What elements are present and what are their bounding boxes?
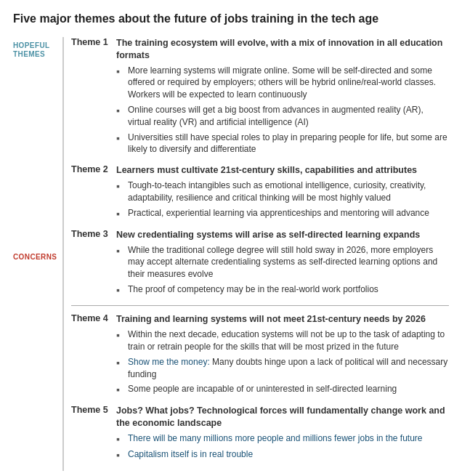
- theme-1-bullet-2: ▪ Online courses will get a big boost fr…: [116, 104, 449, 129]
- theme-2-bullet-1: ▪ Tough-to-teach intangibles such as emo…: [116, 179, 449, 204]
- bullet-dot: ▪: [116, 104, 125, 117]
- theme-5-bullets: ▪ There will be many millions more peopl…: [116, 432, 449, 461]
- content-area: Theme 1 The training ecosystem will evol…: [62, 37, 449, 471]
- left-labels: HOPEFUL THEMES CONCERNS: [13, 37, 62, 471]
- bullet-text: Online courses will get a big boost from…: [128, 104, 449, 129]
- concerns-section: Theme 4 Training and learning systems wi…: [71, 313, 449, 461]
- hopeful-section: Theme 1 The training ecosystem will evol…: [71, 37, 449, 306]
- theme-4-bullet-3: ▪ Some people are incapable of or uninte…: [116, 383, 449, 396]
- theme-1-bullets: ▪ More learning systems will migrate onl…: [116, 65, 449, 156]
- bullet-text: Some people are incapable of or unintere…: [128, 383, 449, 395]
- theme-1-bullet-1: ▪ More learning systems will migrate onl…: [116, 65, 449, 101]
- theme-3-headline: New credentialing systems will arise as …: [116, 229, 420, 241]
- concerns-label-spacer: [13, 59, 62, 253]
- theme-3-block: Theme 3 New credentialing systems will a…: [71, 229, 449, 297]
- bullet-text: Practical, experiential learning via app…: [128, 207, 449, 219]
- bullet-dot: ▪: [116, 283, 125, 297]
- bullet-dot: ▪: [116, 383, 125, 396]
- theme-5-block: Theme 5 Jobs? What jobs? Technological f…: [71, 405, 449, 461]
- theme-5-bullet-2: ▪ Capitalism itself is in real trouble: [116, 448, 449, 461]
- theme-1-block: Theme 1 The training ecosystem will evol…: [71, 37, 449, 156]
- theme-3-bullet-1: ▪ While the traditional college degree w…: [116, 244, 449, 281]
- theme-2-bullet-2: ▪ Practical, experiential learning via a…: [116, 207, 449, 220]
- hopeful-label: HOPEFUL THEMES: [13, 41, 62, 59]
- theme-1-label: Theme 1: [71, 37, 116, 47]
- bullet-text: Universities still have special roles to…: [128, 132, 449, 156]
- theme-1-bullet-3: ▪ Universities still have special roles …: [116, 132, 449, 156]
- theme-4-bullets: ▪ Within the next decade, education syst…: [116, 328, 449, 396]
- highlight-show-money: Show me the money:: [128, 357, 212, 367]
- theme-3-bullet-2: ▪ The proof of competency may be in the …: [116, 283, 449, 297]
- bullet-dot: ▪: [116, 207, 125, 220]
- bullet-text: While the traditional college degree wil…: [128, 244, 449, 281]
- theme-5-headline: Jobs? What jobs? Technological forces wi…: [116, 405, 449, 429]
- bullet-dot: ▪: [116, 356, 125, 369]
- theme-3-bullets: ▪ While the traditional college degree w…: [116, 244, 449, 297]
- theme-3-label: Theme 3: [71, 229, 116, 239]
- bullet-dot: ▪: [116, 448, 125, 461]
- theme-4-bullet-2: ▪ Show me the money: Many doubts hinge u…: [116, 356, 449, 381]
- bullet-dot: ▪: [116, 244, 125, 257]
- bullet-dot: ▪: [116, 179, 125, 193]
- bullet-text: Capitalism itself is in real trouble: [128, 448, 449, 461]
- theme-2-label: Theme 2: [71, 164, 116, 174]
- theme-2-block: Theme 2 Learners must cultivate 21st-cen…: [71, 164, 449, 220]
- theme-4-label: Theme 4: [71, 313, 116, 323]
- theme-2-bullets: ▪ Tough-to-teach intangibles such as emo…: [116, 179, 449, 220]
- bullet-dot: ▪: [116, 432, 125, 445]
- bullet-dot: ▪: [116, 132, 125, 145]
- bullet-dot: ▪: [116, 328, 125, 342]
- bullet-dot: ▪: [116, 65, 125, 78]
- bullet-text: There will be many millions more people …: [128, 432, 449, 445]
- bullet-text: Show me the money: Many doubts hinge upo…: [128, 356, 449, 381]
- theme-4-block: Theme 4 Training and learning systems wi…: [71, 313, 449, 396]
- bullet-text: Tough-to-teach intangibles such as emoti…: [128, 179, 449, 204]
- theme-4-headline: Training and learning systems will not m…: [116, 313, 426, 326]
- bullet-text: More learning systems will migrate onlin…: [128, 65, 449, 101]
- theme-5-label: Theme 5: [71, 405, 116, 415]
- theme-2-headline: Learners must cultivate 21st-century ski…: [116, 164, 417, 177]
- bullet-text: The proof of competency may be in the re…: [128, 283, 449, 296]
- page-title: Five major themes about the future of jo…: [13, 12, 449, 27]
- theme-4-bullet-1: ▪ Within the next decade, education syst…: [116, 328, 449, 353]
- theme-5-bullet-1: ▪ There will be many millions more peopl…: [116, 432, 449, 445]
- theme-1-headline: The training ecosystem will evolve, with…: [116, 37, 449, 62]
- concerns-label: CONCERNS: [13, 253, 62, 262]
- bullet-text: Within the next decade, education system…: [128, 328, 449, 353]
